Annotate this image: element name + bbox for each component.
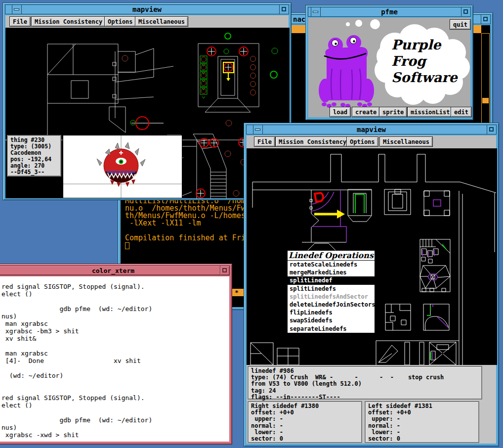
menu-item-splitlinedefs[interactable]: splitLinedefs [288,285,375,293]
linedef-info-panel: linedef #986 type: (74) Crush WR& - - - … [248,366,482,400]
mapview1-title: mapview [132,5,162,13]
minimize-icon[interactable] [253,125,263,134]
thing-info-text: thing #230 type: (3005) Cacodemon pos: -… [8,136,60,177]
right-sidedef-panel: Right sidedef #1380 offset: +0+0 upper: … [248,401,362,443]
purple-frog-graphic [318,30,377,109]
mapview2-window: mapview File Mission Consistency Options… [244,123,499,447]
menu-item-splitlinedef[interactable]: splitLinedef [288,276,375,284]
menu-file[interactable]: File [254,136,275,147]
menu-miscellaneous[interactable]: Miscellaneous [379,136,433,147]
emacs-compile-output: MultiList/MultiList.o /hom nu.o /homes/t… [125,197,246,242]
menu-options[interactable]: Options [346,136,378,147]
menu-item-fliplinedefs[interactable]: flipLinedefs [288,309,375,316]
cacodemon-sprite [63,135,182,198]
mapview2-titlebar[interactable]: mapview [246,125,497,134]
quit-button[interactable]: quit [450,19,471,30]
menu-item-mergemarkedlines[interactable]: mergeMarkedLines [288,269,375,276]
create-button[interactable]: create [352,107,380,117]
xterm-titlebar[interactable]: color_xterm [0,266,230,275]
menu-item-rotatescalelinedefs[interactable]: rotateScaleLinedefs [288,261,375,269]
minimize-icon[interactable] [12,4,22,14]
load-button[interactable]: load [330,107,351,117]
linedef-info-text: linedef #986 type: (74) Crush WR& - - - … [249,367,481,402]
map2-area[interactable]: Linedef Operations rotateScaleLinedefs m… [247,148,497,365]
bubble-text: Purple Frog Software [391,37,458,86]
sprite-button[interactable]: sprite [379,107,407,117]
menu-item-deletelinedefjoinsectors[interactable]: deleteLinedefJoinSectors [288,301,375,309]
maximize-icon[interactable] [461,7,471,17]
left-sidedef-panel: Left sidedef #1381 offset: +0+0 upper: -… [365,401,479,443]
pfme-title: pfme [381,8,398,16]
menu-item-swapsidedefs[interactable]: swapSidedefs [288,316,375,324]
mapview2-body: File Mission Consistency Options Miscell… [247,135,496,444]
xterm-window: color_xterm red signal SIGSTOP, Stopped … [0,264,232,445]
terminal-output[interactable]: red signal SIGSTOP, Stopped (signal). el… [1,283,152,439]
menu-miscellaneous[interactable]: Miscellaneous [135,16,188,27]
maximize-icon[interactable] [279,4,289,14]
menu-item-separatelinedefs[interactable]: separateLinedefs [288,325,375,333]
emacs-cursor [125,242,129,249]
mapview1-titlebar[interactable]: mapview [5,4,289,14]
menu-mission-consistency[interactable]: Mission Consistency [275,136,350,147]
pfme-window: pfme [305,5,473,120]
menu-file[interactable]: File [9,16,31,27]
scrollbar-thumb[interactable] [482,98,489,103]
thing-info-panel: thing #230 type: (3005) Cacodemon pos: -… [7,135,61,177]
linedef-operations-title: Linedef Operations [288,251,375,261]
menu-mission-consistency[interactable]: Mission Consistency [31,16,106,27]
right-sidedef-text: Right sidedef #1380 offset: +0+0 upper: … [249,402,361,443]
maximize-icon[interactable] [487,125,497,134]
pfme-body: Purple Frog Software quit load create sp… [308,18,470,117]
mapview2-title: mapview [357,126,386,134]
mapview2-menubar: File Mission Consistency Options Miscell… [247,135,496,148]
sprite-preview-panel [63,135,182,198]
emacs-modeline-star: * [235,289,239,296]
menu-item-splitlinedefsandsector: splitLinedefsAndSector [288,293,375,301]
missionlist-button[interactable]: missionList [407,107,453,117]
linedef-operations-menu: Linedef Operations rotateScaleLinedefs m… [287,250,375,333]
left-sidedef-text: Left sidedef #1381 offset: +0+0 upper: -… [366,402,478,443]
xterm-body[interactable]: red signal SIGSTOP, Stopped (signal). el… [0,276,229,442]
maximize-icon[interactable] [481,14,491,24]
mapview1-menubar: File Mission Consistency Options Miscell… [5,15,289,28]
minimize-icon[interactable] [311,7,321,17]
menu-options[interactable]: Options [104,16,136,27]
maximize-icon[interactable] [220,266,230,275]
edit-button[interactable]: edit [451,107,472,117]
xterm-title: color_xterm [92,267,134,274]
pfme-titlebar[interactable]: pfme [308,7,471,17]
